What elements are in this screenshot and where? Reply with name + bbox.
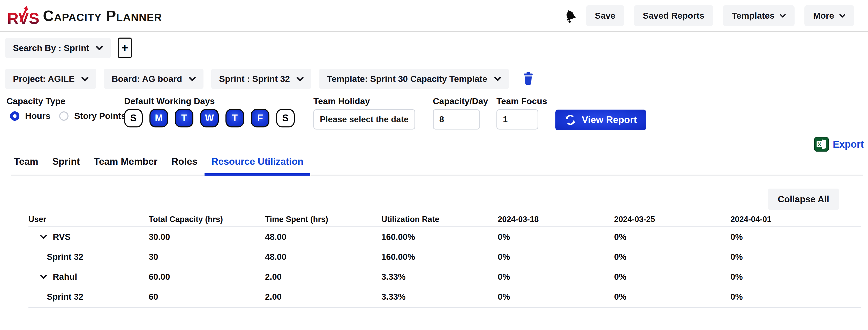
working-day-button-6[interactable]: S xyxy=(276,109,295,128)
board-dropdown[interactable]: Board: AG board xyxy=(104,68,204,89)
column-header: Time Spent (hrs) xyxy=(265,215,381,224)
value-cell: 0% xyxy=(614,252,731,262)
radio-story-points-label: Story Points xyxy=(74,111,126,121)
column-header: User xyxy=(28,215,149,224)
value-cell: 0% xyxy=(498,252,614,262)
chevron-down-icon xyxy=(839,14,845,18)
team-focus-input[interactable] xyxy=(496,109,538,130)
user-cell: Sprint 32 xyxy=(28,252,149,262)
capacity-per-day-label: Capacity/Day xyxy=(433,96,488,106)
more-label: More xyxy=(813,10,834,21)
refresh-icon xyxy=(565,114,576,126)
capacity-per-day-input[interactable] xyxy=(433,109,480,130)
app-logo: RVS Capacity Planner xyxy=(7,4,162,28)
radio-icon xyxy=(59,111,68,121)
user-cell: RVS xyxy=(28,232,149,242)
user-name: Sprint 32 xyxy=(47,292,83,302)
radio-hours[interactable]: Hours xyxy=(10,111,51,121)
value-cell: 0% xyxy=(731,272,847,282)
delete-template-button[interactable] xyxy=(522,72,534,86)
plus-icon: + xyxy=(122,42,128,54)
value-cell: 60 xyxy=(149,292,265,302)
filter-row: Project: AGILE Board: AG board Sprint : … xyxy=(5,68,868,89)
search-by-dropdown[interactable]: Search By : Sprint xyxy=(5,38,111,58)
templates-label: Templates xyxy=(732,10,775,21)
column-header: Total Capacity (hrs) xyxy=(149,215,265,224)
project-dropdown[interactable]: Project: AGILE xyxy=(5,68,96,89)
tabs: TeamSprintTeam MemberRolesResource Utili… xyxy=(11,156,863,175)
value-cell: 0% xyxy=(731,252,847,262)
view-report-label: View Report xyxy=(582,114,637,126)
project-label: Project: AGILE xyxy=(13,74,75,84)
trash-icon xyxy=(522,72,534,85)
tab-roles[interactable]: Roles xyxy=(164,156,205,175)
controls-row: Capacity Type Hours Story Points Default… xyxy=(0,96,868,135)
collapse-all-button[interactable]: Collapse All xyxy=(768,189,839,210)
notification-bell-icon[interactable] xyxy=(562,7,578,24)
rvs-logo-icon: RVS xyxy=(7,4,39,28)
add-search-button[interactable]: + xyxy=(118,37,132,58)
user-cell: Sprint 32 xyxy=(28,292,149,302)
svg-text:X: X xyxy=(817,141,822,148)
team-holiday-label: Team Holiday xyxy=(313,96,415,106)
templates-dropdown[interactable]: Templates xyxy=(723,5,795,26)
table-row: Sprint 32602.003.33%0%0%0% xyxy=(28,287,861,307)
column-header: 2024-04-01 xyxy=(731,215,847,224)
working-day-button-3[interactable]: W xyxy=(200,109,219,128)
working-days-group: Default Working Days SMTWTFS xyxy=(124,96,295,128)
more-dropdown[interactable]: More xyxy=(804,5,854,26)
search-row: Search By : Sprint + xyxy=(5,37,868,58)
working-day-button-2[interactable]: T xyxy=(175,109,193,128)
search-by-label: Search By : Sprint xyxy=(13,43,89,53)
save-button[interactable]: Save xyxy=(586,5,624,26)
saved-reports-button[interactable]: Saved Reports xyxy=(634,5,713,26)
template-dropdown[interactable]: Template: Sprint 30 Capacity Template xyxy=(319,68,508,89)
value-cell: 30 xyxy=(149,252,265,262)
export-link[interactable]: Export xyxy=(833,139,864,150)
app-title: Capacity Planner xyxy=(43,7,162,24)
table-body: RVS30.0048.00160.00%0%0%0%Sprint 323048.… xyxy=(28,227,861,308)
working-day-button-1[interactable]: M xyxy=(150,109,168,128)
excel-icon: X xyxy=(814,137,829,152)
value-cell: 0% xyxy=(498,292,614,302)
tab-resource-utilization[interactable]: Resource Utilization xyxy=(205,156,311,175)
value-cell: 0% xyxy=(614,272,731,282)
radio-story-points[interactable]: Story Points xyxy=(59,111,126,121)
working-day-button-4[interactable]: T xyxy=(225,109,244,128)
value-cell: 48.00 xyxy=(265,232,381,242)
working-day-button-5[interactable]: F xyxy=(251,109,270,128)
chevron-down-icon[interactable] xyxy=(40,235,47,239)
board-label: Board: AG board xyxy=(112,74,182,84)
capacity-per-day-group: Capacity/Day xyxy=(433,96,488,130)
column-header: 2024-03-25 xyxy=(614,215,731,224)
chevron-down-icon xyxy=(189,77,196,81)
tab-team[interactable]: Team xyxy=(11,156,45,175)
topbar-actions: Save Saved Reports Templates More xyxy=(564,5,854,26)
value-cell: 3.33% xyxy=(381,292,498,302)
user-cell: Rahul xyxy=(28,272,149,282)
tab-team-member[interactable]: Team Member xyxy=(87,156,164,175)
sprint-dropdown[interactable]: Sprint : Sprint 32 xyxy=(211,68,311,89)
chevron-down-icon xyxy=(494,77,501,81)
team-holiday-group: Team Holiday xyxy=(313,96,415,130)
team-holiday-input[interactable] xyxy=(313,109,415,130)
user-name: Sprint 32 xyxy=(47,252,83,262)
value-cell: 0% xyxy=(498,272,614,282)
capacity-type-options: Hours Story Points xyxy=(10,111,126,121)
save-label: Save xyxy=(595,10,615,21)
user-name: Rahul xyxy=(53,272,77,282)
value-cell: 30.00 xyxy=(149,232,265,242)
chevron-down-icon xyxy=(82,77,88,81)
value-cell: 60.00 xyxy=(149,272,265,282)
table-row: Sprint 323048.00160.00%0%0%0% xyxy=(28,247,861,267)
value-cell: 160.00% xyxy=(381,252,498,262)
table-header-row: UserTotal Capacity (hrs)Time Spent (hrs)… xyxy=(28,212,861,227)
value-cell: 2.00 xyxy=(265,292,381,302)
chevron-down-icon[interactable] xyxy=(40,275,47,279)
value-cell: 3.33% xyxy=(381,272,498,282)
value-cell: 160.00% xyxy=(381,232,498,242)
top-bar: RVS Capacity Planner Save Saved Reports … xyxy=(0,0,868,32)
working-day-button-0[interactable]: S xyxy=(124,109,143,128)
view-report-button[interactable]: View Report xyxy=(555,110,646,130)
tab-sprint[interactable]: Sprint xyxy=(45,156,87,175)
